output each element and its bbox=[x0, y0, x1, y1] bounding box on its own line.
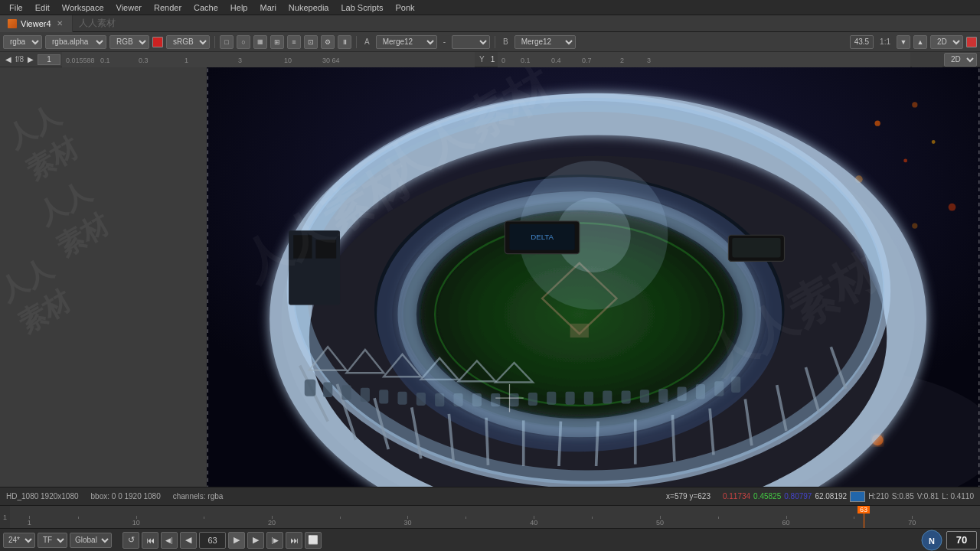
alpha-select[interactable]: rgba.alpha bbox=[45, 35, 106, 49]
svg-rect-80 bbox=[640, 390, 649, 403]
menu-render[interactable]: Render bbox=[148, 0, 188, 15]
tl-subtick bbox=[854, 517, 854, 519]
icon-circle[interactable]: ○ bbox=[237, 35, 250, 49]
tf-select[interactable]: TF bbox=[38, 533, 67, 548]
merge-a-select[interactable]: Merge12 bbox=[376, 35, 437, 49]
tl-subtick bbox=[204, 517, 204, 519]
zoom-value[interactable]: 43.5 bbox=[850, 35, 874, 49]
tl-tick-70 bbox=[912, 516, 913, 519]
svg-rect-81 bbox=[658, 389, 668, 403]
tl-label-10: 10 bbox=[132, 519, 140, 527]
timeline-ruler[interactable]: 1 10 20 30 40 50 60 70 63 bbox=[10, 506, 980, 528]
y-label: Y bbox=[476, 55, 488, 64]
y-value: 1 bbox=[489, 55, 497, 64]
svg-point-17 bbox=[932, 140, 936, 144]
menu-help[interactable]: Help bbox=[224, 0, 254, 15]
menu-cache[interactable]: Cache bbox=[188, 0, 224, 15]
svg-text:0.1: 0.1 bbox=[521, 57, 531, 64]
svg-text:0.7: 0.7 bbox=[582, 57, 592, 64]
frame-counter[interactable]: 63 bbox=[199, 532, 226, 549]
icon-checkerboard[interactable]: ▦ bbox=[253, 35, 267, 49]
tl-tick-20 bbox=[272, 516, 273, 519]
view-mode-select[interactable]: 2D bbox=[944, 53, 977, 67]
frame-input[interactable] bbox=[38, 54, 60, 65]
tl-label-20: 20 bbox=[268, 519, 276, 527]
stop-btn[interactable]: ⬜ bbox=[305, 532, 322, 549]
zoom-down-btn[interactable]: ▼ bbox=[897, 35, 910, 49]
status-values: 0.11734 0.45825 0.80797 62.08192 H:210 S… bbox=[723, 491, 974, 502]
zoom-up-btn[interactable]: ▲ bbox=[913, 35, 927, 49]
rgb-select[interactable]: RGB bbox=[109, 35, 149, 49]
icon-square[interactable]: □ bbox=[220, 35, 234, 49]
channel-select[interactable]: rgba bbox=[3, 35, 42, 49]
tl-tick-40 bbox=[534, 516, 534, 519]
next-frame-btn[interactable]: ▶ bbox=[25, 54, 36, 65]
tab-bar: Viewer4 ✕ 人人素材 bbox=[0, 15, 980, 32]
frame-label: f/8 bbox=[15, 55, 24, 64]
icon-roi[interactable]: ⊡ bbox=[304, 35, 318, 49]
separator3 bbox=[495, 36, 495, 48]
toolbar1: rgba rgba.alpha RGB sRGB □ ○ ▦ ⊞ ≡ ⊡ ⚙ ⏸… bbox=[0, 32, 980, 52]
reset-btn[interactable]: ↺ bbox=[122, 532, 139, 549]
icon-pause[interactable]: ⏸ bbox=[338, 35, 351, 49]
viewer4-tab[interactable]: Viewer4 ✕ bbox=[0, 15, 73, 32]
watermark-2: 人人素材 bbox=[31, 174, 116, 266]
color-swatch bbox=[152, 37, 163, 47]
svg-rect-79 bbox=[622, 390, 631, 403]
menu-mari[interactable]: Mari bbox=[253, 0, 282, 15]
next-keyframe-btn[interactable]: |▶ bbox=[266, 532, 283, 549]
frame-nav: ◀ f/8 ▶ bbox=[3, 54, 60, 65]
icon-frame[interactable]: ⊞ bbox=[270, 35, 284, 49]
tl-label-60: 60 bbox=[782, 519, 790, 527]
tl-tick-60 bbox=[786, 516, 787, 519]
input-a-label: A bbox=[361, 37, 373, 46]
separator1 bbox=[214, 36, 215, 48]
svg-rect-75 bbox=[547, 392, 556, 405]
menu-file[interactable]: File bbox=[3, 0, 29, 15]
srgb-select[interactable]: sRGB bbox=[166, 35, 210, 49]
icon-gear[interactable]: ⚙ bbox=[321, 35, 335, 49]
svg-rect-62 bbox=[305, 380, 316, 396]
y-ruler-svg: 0 0.1 0.4 0.7 2 3 bbox=[498, 52, 666, 67]
nuke-logo: N bbox=[920, 530, 944, 550]
stadium-image: DELTA 1920,1080 HD_1080 人人素材 人人素材 人人素材 bbox=[207, 67, 980, 487]
menu-labscripts[interactable]: Lab Scripts bbox=[335, 0, 389, 15]
end-frame-display[interactable]: 70 bbox=[946, 531, 977, 549]
color-chip bbox=[850, 491, 865, 502]
prev-frame-btn[interactable]: ◀ bbox=[180, 532, 197, 549]
x-ruler: 0.015588 0.1 0.3 1 3 10 30 64 bbox=[62, 52, 475, 67]
menu-ponk[interactable]: Ponk bbox=[389, 0, 420, 15]
prev-keyframe-btn[interactable]: ◀| bbox=[161, 532, 178, 549]
next-frame-btn-t[interactable]: ▶ bbox=[247, 532, 264, 549]
merge-a2-select[interactable] bbox=[452, 35, 490, 49]
menu-edit[interactable]: Edit bbox=[29, 0, 56, 15]
svg-text:N: N bbox=[929, 536, 935, 546]
view-2d-select[interactable]: 2D bbox=[930, 35, 963, 49]
last-frame-btn[interactable]: ⏭ bbox=[286, 532, 302, 549]
tl-subtick bbox=[340, 517, 341, 519]
icon-lines[interactable]: ≡ bbox=[287, 35, 301, 49]
l-value: L: 0.4110 bbox=[942, 492, 974, 500]
svg-text:3: 3 bbox=[647, 57, 651, 64]
menu-nukepedia[interactable]: Nukepedia bbox=[283, 0, 335, 15]
tl-label-30: 30 bbox=[403, 519, 411, 527]
menu-viewer[interactable]: Viewer bbox=[110, 0, 148, 15]
svg-rect-35 bbox=[570, 324, 589, 337]
merge-b-select[interactable]: Merge12 bbox=[514, 35, 576, 49]
play-btn[interactable]: ▶ bbox=[228, 532, 245, 549]
global-select[interactable]: GlobalLocal bbox=[70, 533, 112, 548]
transport: 24*2530 TF GlobalLocal ↺ ⏮ ◀| ◀ 63 ▶ ▶ |… bbox=[0, 528, 980, 551]
tab-close-btn[interactable]: ✕ bbox=[55, 19, 64, 28]
separator2 bbox=[356, 36, 357, 48]
viewer-area[interactable]: DELTA 1920,1080 HD_1080 人人素材 人人素材 人人素材 bbox=[207, 67, 980, 487]
svg-text:0: 0 bbox=[501, 57, 505, 64]
svg-text:2: 2 bbox=[620, 57, 624, 64]
input-b-label: B bbox=[500, 37, 511, 46]
svg-rect-66 bbox=[379, 390, 388, 403]
fps-select[interactable]: 24*2530 bbox=[3, 533, 35, 548]
first-frame-btn[interactable]: ⏮ bbox=[142, 532, 158, 549]
timeline[interactable]: 1 1 10 20 30 40 50 60 70 63 bbox=[0, 505, 980, 528]
menu-workspace[interactable]: Workspace bbox=[56, 0, 110, 15]
status-channels: channels: rgba bbox=[173, 492, 224, 500]
prev-frame-btn[interactable]: ◀ bbox=[3, 54, 14, 65]
